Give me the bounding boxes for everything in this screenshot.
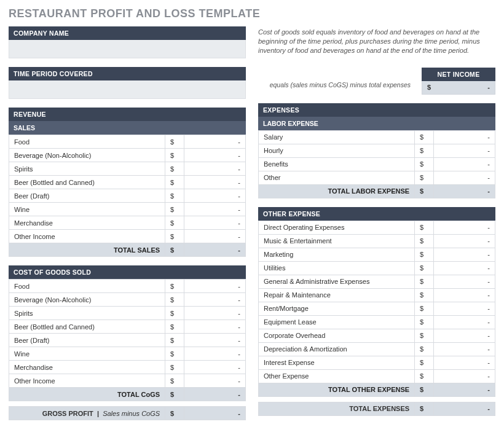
row-value[interactable]: - — [433, 221, 495, 234]
row-value[interactable]: - — [184, 307, 245, 320]
row-currency[interactable]: $ — [415, 171, 434, 184]
row-currency[interactable]: $ — [165, 334, 184, 347]
row-currency[interactable]: $ — [165, 230, 184, 243]
row-value[interactable]: - — [433, 356, 495, 369]
row-value[interactable]: - — [184, 230, 245, 243]
netincome-header: NET INCOME — [422, 68, 495, 81]
total-value: - — [184, 388, 245, 401]
gross-profit-label: GROSS PROFIT | Sales minus CoGS — [9, 407, 165, 420]
page-title: RESTAURANT PROFIT AND LOSS TEMPLATE — [9, 7, 495, 20]
row-currency[interactable]: $ — [165, 307, 184, 320]
total-label: TOTAL LABOR EXPENSE — [259, 184, 415, 198]
other-expense-header: OTHER EXPENSE — [258, 207, 495, 221]
total-value: - — [433, 383, 495, 396]
total-currency: $ — [165, 388, 184, 401]
row-value[interactable]: - — [184, 374, 245, 388]
row-value[interactable]: - — [184, 334, 245, 347]
row-value[interactable]: - — [184, 280, 245, 293]
row-value[interactable]: - — [433, 369, 495, 383]
table-row: Wine$- — [9, 203, 246, 216]
row-value[interactable]: - — [433, 157, 495, 171]
row-currency[interactable]: $ — [415, 369, 434, 383]
row-value[interactable]: - — [184, 135, 245, 149]
row-currency[interactable]: $ — [165, 293, 184, 307]
row-currency[interactable]: $ — [165, 280, 184, 293]
row-currency[interactable]: $ — [415, 342, 434, 356]
row-value[interactable]: - — [184, 361, 245, 374]
table-row: Beverage (Non-Alcoholic)$- — [9, 149, 246, 162]
row-label: Equipment Lease — [259, 315, 415, 329]
row-value[interactable]: - — [433, 130, 495, 144]
row-currency[interactable]: $ — [165, 216, 184, 230]
row-value[interactable]: - — [433, 329, 495, 342]
table-row: Rent/Mortgage$- — [259, 302, 495, 315]
row-currency[interactable]: $ — [415, 157, 434, 171]
gross-profit-currency: $ — [165, 407, 184, 420]
table-row: Marketing$- — [259, 248, 495, 261]
netincome-note: equals (sales minus CoGS) minus total ex… — [258, 68, 415, 88]
row-label: Spirits — [9, 307, 165, 320]
row-currency[interactable]: $ — [165, 320, 184, 334]
row-currency[interactable]: $ — [165, 149, 184, 162]
row-value[interactable]: - — [184, 320, 245, 334]
table-row: Corporate Overhead$- — [259, 329, 495, 342]
row-value[interactable]: - — [184, 176, 245, 189]
row-currency[interactable]: $ — [415, 356, 434, 369]
row-value[interactable]: - — [433, 171, 495, 184]
time-period-input[interactable] — [9, 80, 246, 99]
row-currency[interactable]: $ — [415, 221, 434, 234]
row-currency[interactable]: $ — [415, 275, 434, 288]
row-currency[interactable]: $ — [165, 374, 184, 388]
table-row: Direct Operating Expenses$- — [259, 221, 495, 234]
table-row: Other$- — [259, 171, 495, 184]
row-value[interactable]: - — [433, 234, 495, 248]
row-currency[interactable]: $ — [165, 361, 184, 374]
table-row: Utilities$- — [259, 261, 495, 275]
row-currency[interactable]: $ — [415, 288, 434, 302]
row-currency[interactable]: $ — [165, 176, 184, 189]
gross-profit-value: - — [184, 407, 245, 420]
row-currency[interactable]: $ — [165, 347, 184, 361]
row-label: Beverage (Non-Alcoholic) — [9, 293, 165, 307]
cogs-table: Food$-Beverage (Non-Alcoholic)$-Spirits$… — [9, 279, 246, 401]
netincome-value: - — [431, 84, 490, 91]
row-label: Salary — [259, 130, 415, 144]
row-value[interactable]: - — [184, 293, 245, 307]
row-currency[interactable]: $ — [415, 130, 434, 144]
row-value[interactable]: - — [433, 275, 495, 288]
row-currency[interactable]: $ — [165, 189, 184, 203]
row-value[interactable]: - — [433, 144, 495, 157]
row-currency[interactable]: $ — [415, 234, 434, 248]
company-name-input[interactable] — [9, 40, 246, 58]
row-value[interactable]: - — [433, 315, 495, 329]
row-value[interactable]: - — [433, 248, 495, 261]
row-value[interactable]: - — [184, 162, 245, 176]
total-row: TOTAL SALES$- — [9, 243, 246, 257]
row-value[interactable]: - — [184, 189, 245, 203]
row-currency[interactable]: $ — [415, 144, 434, 157]
row-value[interactable]: - — [184, 149, 245, 162]
row-currency[interactable]: $ — [415, 261, 434, 275]
table-row: Beer (Bottled and Canned)$- — [9, 320, 246, 334]
sales-subheader: SALES — [9, 121, 246, 135]
row-value[interactable]: - — [184, 216, 245, 230]
row-currency[interactable]: $ — [165, 135, 184, 149]
row-label: Marketing — [259, 248, 415, 261]
row-currency[interactable]: $ — [165, 203, 184, 216]
row-label: Benefits — [259, 157, 415, 171]
row-label: Other Income — [9, 374, 165, 388]
total-value: - — [433, 184, 495, 198]
row-currency[interactable]: $ — [415, 248, 434, 261]
table-row: Spirits$- — [9, 162, 246, 176]
row-value[interactable]: - — [433, 288, 495, 302]
row-value[interactable]: - — [433, 302, 495, 315]
row-currency[interactable]: $ — [415, 329, 434, 342]
row-value[interactable]: - — [184, 347, 245, 361]
row-value[interactable]: - — [184, 203, 245, 216]
row-currency[interactable]: $ — [415, 302, 434, 315]
row-value[interactable]: - — [433, 342, 495, 356]
row-currency[interactable]: $ — [415, 315, 434, 329]
row-value[interactable]: - — [433, 261, 495, 275]
table-row: Music & Entertainment$- — [259, 234, 495, 248]
row-currency[interactable]: $ — [165, 162, 184, 176]
